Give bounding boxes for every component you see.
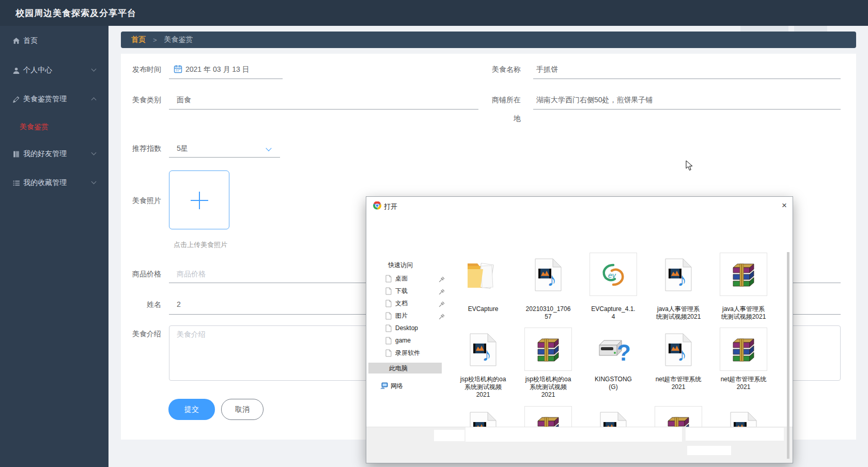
file-item-label[interactable]: 20210310_1706 57 [517,305,580,321]
svg-text:♪: ♪ [547,269,556,290]
video-file-icon: ♪ [535,258,562,291]
filetype-select-stub[interactable] [686,428,784,441]
sidebar-item-friends-mgmt[interactable]: 我的好友管理 [0,144,109,164]
file-item-6[interactable]: ♪ [470,333,497,368]
shop-location-input[interactable]: 湖南大学西门右侧50处，煎饼果子铺 [536,96,653,105]
file-item-label[interactable]: net超市管理系统 2021 [712,376,775,391]
file-grid: EVCapture♪20210310_1706 57evEVCapture_4.… [366,197,794,464]
top-bar: 校园周边美食探索及分享平台 [0,0,868,26]
file-item-label[interactable]: jsp校培机构的oa 系统测试视频 2021 [452,376,515,399]
food-category-input[interactable]: 面食 [177,96,191,105]
filename-label-stub [434,430,464,441]
file-item-2[interactable]: ♪ [535,258,562,293]
photo-upload-box[interactable] [169,170,229,229]
file-item-9[interactable]: ♪ [665,333,692,368]
file-item-label[interactable]: EVCapture_4.1. 4 [582,305,645,321]
file-item-7[interactable] [534,337,563,364]
sidebar-item-food-review-mgmt[interactable]: 美食鉴赏管理 [0,89,109,110]
svg-text:♪: ♪ [677,344,687,365]
friends-icon [12,150,20,158]
rar-archive-icon [729,262,758,287]
svg-text:♪: ♪ [482,344,491,365]
video-file-icon: ♪ [665,333,692,366]
recommend-index-select[interactable]: 5星 [177,144,188,153]
calendar-icon [174,65,182,73]
person-name-input[interactable]: 2 [177,300,181,308]
file-item-label[interactable]: KINGSTONG (G) [582,376,645,391]
sidebar-subitem-food-review-active[interactable]: 美食鉴赏 [20,122,49,132]
file-item-label[interactable]: EVCapture [452,305,515,313]
cancel-button[interactable]: 取消 [221,399,264,420]
plus-icon [199,192,200,209]
filename-input-stub[interactable] [466,427,682,442]
app-title: 校园周边美食探索及分享平台 [16,7,136,19]
sidebar-item-personal-center[interactable]: 个人中心 [0,60,109,81]
mouse-cursor [686,160,693,171]
food-name-underline [533,79,841,79]
sidebar-item-favorites-mgmt[interactable]: 我的收藏管理 [0,173,109,193]
file-item-3[interactable]: ev [598,259,629,292]
photo-upload-hint: 点击上传美食照片 [174,240,227,250]
screen: 校园周边美食探索及分享平台 用户 2 退出到前台 退出登录 首页 个人中心 美食… [0,0,868,467]
food-intro-placeholder: 美食介绍 [177,330,206,339]
breadcrumb-separator: > [153,36,157,44]
publish-time-input[interactable]: 2021 年 03 月 13 日 [185,65,250,74]
svg-text:?: ? [617,340,631,363]
file-item-label[interactable]: net超市管理系统 2021 [647,376,710,391]
file-item-10[interactable] [729,337,758,364]
shop-location-label-line1: 商铺所在 [455,96,521,105]
user-icon [12,67,20,74]
chevron-down-icon [91,67,97,72]
submit-button[interactable]: 提交 [168,399,215,420]
rar-archive-icon [534,337,563,362]
sidebar: 首页 个人中心 美食鉴赏管理 美食鉴赏 我的好友管理 我的收藏管理 [0,26,109,467]
shop-location-label-line2: 地 [455,114,521,123]
sidebar-item-label: 首页 [23,36,38,45]
file-item-1[interactable] [466,260,500,292]
open-button-stub[interactable] [687,446,731,455]
chevron-down-icon [91,150,97,155]
video-file-icon: ♪ [470,333,497,366]
chevron-down-icon [91,179,97,184]
file-item-8[interactable]: ? [595,337,631,365]
collection-icon [12,179,20,187]
dialog-scrollbar[interactable] [787,252,789,459]
svg-text:ev: ev [608,271,616,279]
file-open-dialog: 打开 × 快速访问 桌面下载文档图片Desktopgame录屏软件 此电脑 网络… [366,196,793,463]
recommend-index-underline [169,157,280,158]
file-item-5[interactable] [729,262,758,289]
breadcrumb: 首页 > 美食鉴赏 [121,32,856,48]
food-name-label: 美食名称 [455,65,521,74]
sidebar-item-label: 我的好友管理 [23,149,67,159]
ev-logo-icon: ev [598,259,629,290]
file-item-label[interactable]: java人事管理系 统测试视频2021 [712,305,775,321]
sidebar-item-label: 美食鉴赏管理 [23,95,67,104]
food-category-underline [169,109,478,110]
home-icon [12,37,20,45]
sidebar-item-label: 个人中心 [23,66,52,75]
drive-icon: ? [595,337,631,363]
chevron-up-icon [91,98,97,103]
breadcrumb-current: 美食鉴赏 [164,35,193,44]
rar-archive-icon [729,337,758,362]
price-input[interactable]: 商品价格 [177,270,206,279]
publish-time-underline [169,79,283,79]
pen-icon [12,96,20,103]
file-item-label[interactable]: java人事管理系 统测试视频2021 [647,305,710,321]
video-file-icon: ♪ [665,258,692,291]
sidebar-item-label: 我的收藏管理 [23,178,67,188]
shop-location-underline [533,109,841,110]
breadcrumb-home[interactable]: 首页 [131,35,146,44]
svg-text:♪: ♪ [677,269,687,290]
food-name-input[interactable]: 手抓饼 [536,65,558,74]
sidebar-item-home[interactable]: 首页 [0,30,109,51]
file-item-label[interactable]: jsp校培机构的oa 系统测试视频 2021 [517,376,580,399]
folder-icon [466,260,500,290]
file-item-4[interactable]: ♪ [665,258,692,293]
